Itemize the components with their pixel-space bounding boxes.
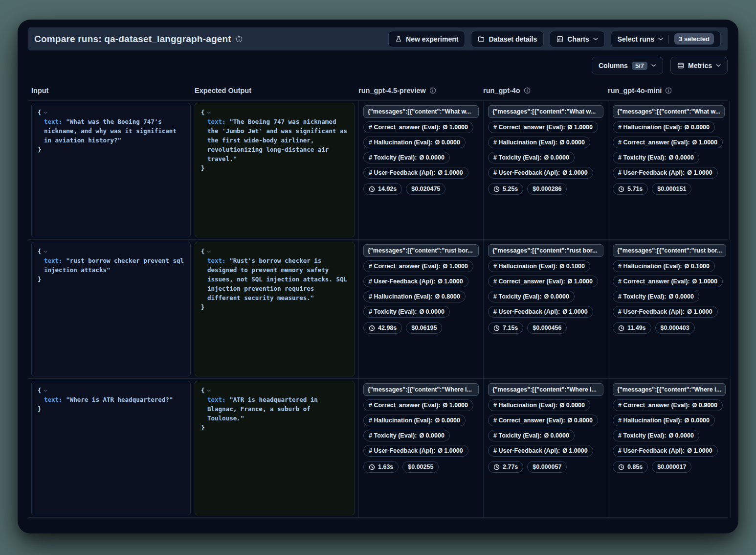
- metric-chip[interactable]: # Hallucination (Eval):Ø 0.1000: [613, 260, 715, 272]
- info-icon[interactable]: [236, 36, 243, 43]
- json-key: text:: [44, 118, 63, 125]
- metric-chip[interactable]: # Correct_answer (Eval):Ø 1.0000: [363, 260, 473, 272]
- metric-chip[interactable]: # Correct_answer (Eval):Ø 1.0000: [363, 399, 473, 411]
- message-chip[interactable]: {"messages":[{"content":"What w...: [488, 105, 603, 118]
- metric-chip[interactable]: # Correct_answer (Eval):Ø 0.8000: [488, 415, 598, 426]
- metric-chip[interactable]: # Toxicity (Eval):Ø 0.0000: [488, 291, 575, 302]
- table-body: {text: "What was the Boeing 747's nickna…: [28, 100, 728, 518]
- metric-chip[interactable]: # User-Feedback (Api):Ø 1.0000: [363, 276, 468, 287]
- json-string: "The Boeing 747 was nicknamed the 'Jumbo…: [207, 118, 351, 162]
- metric-chip[interactable]: # Hallucination (Eval):Ø 0.0000: [363, 415, 466, 426]
- column-header-label: Expected Output: [195, 87, 251, 94]
- metric-chip[interactable]: # User-Feedback (Api):Ø 1.0000: [613, 167, 718, 179]
- metric-chip[interactable]: # Correct_answer (Eval):Ø 1.0000: [488, 276, 598, 287]
- input-json-box[interactable]: {text: "What was the Boeing 747's nickna…: [31, 103, 191, 237]
- close-brace: }: [201, 303, 205, 311]
- message-chip[interactable]: {"messages":[{"content":"rust bor...: [363, 244, 479, 257]
- metric-chip[interactable]: # Hallucination (Eval):Ø 0.0000: [488, 399, 590, 411]
- columns-button[interactable]: Columns 5/7: [592, 57, 663, 74]
- expected-json-box[interactable]: {text: "ATR is headquartered in Blagnac,…: [195, 381, 355, 515]
- metric-chip[interactable]: # Hallucination (Eval):Ø 0.0000: [488, 137, 590, 148]
- metric-chip[interactable]: # User-Feedback (Api):Ø 1.0000: [488, 445, 593, 457]
- metric-label: # Correct_answer (Eval):: [618, 402, 690, 409]
- expand-chevron-icon[interactable]: [207, 251, 211, 253]
- metric-chip[interactable]: # Toxicity (Eval):Ø 0.0000: [488, 152, 575, 163]
- metric-label: # Toxicity (Eval):: [618, 432, 666, 439]
- json-text: text: "ATR is headquartered in Blagnac, …: [201, 395, 348, 423]
- metric-chip[interactable]: # User-Feedback (Api):Ø 1.0000: [488, 167, 593, 179]
- metric-chip[interactable]: # Correct_answer (Eval):Ø 1.0000: [613, 276, 723, 287]
- charts-button[interactable]: Charts: [550, 31, 604, 47]
- metric-value: Ø 1.0000: [443, 402, 468, 409]
- close-brace: }: [201, 424, 205, 431]
- cost-value: $0.000057: [533, 463, 561, 470]
- metric-chip[interactable]: # Correct_answer (Eval):Ø 1.0000: [488, 121, 598, 133]
- metric-chip[interactable]: # Hallucination (Eval):Ø 0.0000: [613, 121, 715, 133]
- clock-icon: [369, 325, 375, 331]
- metric-chip[interactable]: # Toxicity (Eval):Ø 0.0000: [613, 291, 699, 302]
- metric-chip[interactable]: # Hallucination (Eval):Ø 0.0000: [363, 137, 466, 148]
- run-cell: {"messages":[{"content":"Where i...# Cor…: [608, 379, 731, 517]
- message-chip[interactable]: {"messages":[{"content":"Where i...: [363, 383, 479, 396]
- select-runs-button[interactable]: Select runs 3 selected: [611, 31, 721, 47]
- metric-chip[interactable]: # Toxicity (Eval):Ø 0.0000: [363, 430, 450, 441]
- cost-chip: $0.000017: [652, 461, 691, 473]
- metric-label: # User-Feedback (Api):: [369, 278, 435, 285]
- new-experiment-button[interactable]: New experiment: [388, 31, 465, 47]
- cost-chip: $0.000403: [655, 322, 695, 334]
- metric-chip[interactable]: # Correct_answer (Eval):Ø 1.0000: [363, 121, 473, 133]
- metric-chip[interactable]: # User-Feedback (Api):Ø 1.0000: [613, 306, 718, 318]
- metric-chip[interactable]: # User-Feedback (Api):Ø 1.0000: [363, 445, 468, 457]
- metric-chip[interactable]: # Correct_answer (Eval):Ø 0.9000: [613, 399, 723, 411]
- app-window: Compare runs: qa-dataset_langgraph-agent…: [18, 20, 738, 533]
- cost-value: $0.06195: [411, 324, 437, 331]
- expand-chevron-icon[interactable]: [44, 112, 47, 114]
- expand-chevron-icon[interactable]: [44, 251, 47, 253]
- metric-chip[interactable]: # Correct_answer (Eval):Ø 1.0000: [613, 137, 723, 148]
- message-chip[interactable]: {"messages":[{"content":"What w...: [613, 105, 725, 118]
- column-header-input: Input: [31, 87, 195, 94]
- message-chip[interactable]: {"messages":[{"content":"Where i...: [488, 383, 603, 396]
- latency-value: 7.15s: [503, 324, 518, 331]
- column-header-run-gpt-4-5-preview: run_gpt-4.5-preview: [358, 87, 483, 94]
- message-chip[interactable]: {"messages":[{"content":"rust bor...: [613, 244, 726, 257]
- metric-value: Ø 1.0000: [562, 169, 587, 176]
- metric-chip[interactable]: # Hallucination (Eval):Ø 0.0000: [613, 415, 715, 426]
- expected-json-box[interactable]: {text: "Rust's borrow checker is designe…: [195, 242, 355, 376]
- metric-label: # User-Feedback (Api):: [493, 169, 560, 176]
- metric-chip[interactable]: # User-Feedback (Api):Ø 1.0000: [613, 445, 718, 457]
- metric-chip[interactable]: # Toxicity (Eval):Ø 0.0000: [613, 430, 699, 441]
- message-chip[interactable]: {"messages":[{"content":"What w...: [363, 105, 479, 118]
- input-json-box[interactable]: {text: "Where is ATR headquartered?"}: [31, 381, 191, 515]
- metric-chip[interactable]: # Toxicity (Eval):Ø 0.0000: [363, 306, 450, 318]
- metric-chip[interactable]: # User-Feedback (Api):Ø 1.0000: [363, 167, 468, 179]
- expand-chevron-icon[interactable]: [207, 390, 211, 392]
- metrics-button[interactable]: Metrics: [670, 57, 728, 74]
- input-json-box[interactable]: {text: "rust borrow checker prevent sql …: [31, 242, 191, 376]
- expand-chevron-icon[interactable]: [207, 112, 211, 114]
- metric-chip[interactable]: # Toxicity (Eval):Ø 0.0000: [363, 152, 450, 163]
- metric-label: # Hallucination (Eval):: [369, 139, 433, 146]
- metric-label: # User-Feedback (Api):: [369, 169, 435, 176]
- message-chip[interactable]: {"messages":[{"content":"rust bor...: [488, 244, 603, 257]
- metric-chip[interactable]: # User-Feedback (Api):Ø 1.0000: [488, 306, 593, 318]
- expected-json-box[interactable]: {text: "The Boeing 747 was nicknamed the…: [195, 103, 355, 237]
- metric-chip[interactable]: # Hallucination (Eval):Ø 0.8000: [363, 291, 466, 302]
- metric-chip[interactable]: # Hallucination (Eval):Ø 0.1000: [488, 260, 590, 272]
- selected-count-badge: 3 selected: [674, 33, 714, 45]
- metric-chip[interactable]: # Toxicity (Eval):Ø 0.0000: [613, 152, 699, 163]
- info-icon[interactable]: [665, 87, 672, 94]
- cost-value: $0.000151: [657, 185, 686, 192]
- dataset-details-button[interactable]: Dataset details: [471, 31, 544, 47]
- latency-chip: 5.25s: [488, 183, 523, 195]
- expected-cell: {text: "The Boeing 747 was nicknamed the…: [195, 101, 358, 239]
- info-icon[interactable]: [429, 87, 436, 94]
- info-icon[interactable]: [524, 87, 531, 94]
- metrics-label: Metrics: [688, 62, 712, 69]
- expand-chevron-icon[interactable]: [44, 390, 47, 392]
- metric-chip[interactable]: # Toxicity (Eval):Ø 0.0000: [488, 430, 575, 441]
- metric-label: # Toxicity (Eval):: [493, 293, 541, 300]
- metric-label: # Correct_answer (Eval):: [369, 263, 441, 270]
- latency-cost-row: 5.71s$0.000151: [613, 183, 691, 195]
- message-chip[interactable]: {"messages":[{"content":"Where i...: [613, 383, 726, 396]
